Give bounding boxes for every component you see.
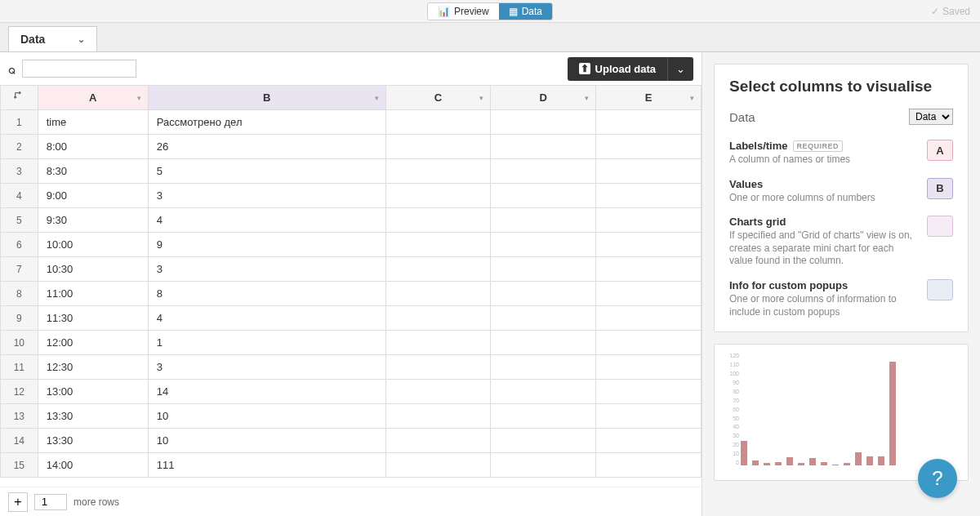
cell[interactable] (596, 453, 702, 478)
cell[interactable] (491, 404, 596, 429)
row-header[interactable]: 6 (1, 233, 38, 257)
cell[interactable] (596, 282, 702, 306)
cell[interactable]: 13:00 (38, 380, 148, 404)
cell[interactable] (596, 306, 702, 331)
column-badge-B[interactable]: B (927, 178, 953, 199)
cell[interactable]: 3 (148, 184, 385, 208)
cell[interactable]: 9:00 (38, 184, 148, 208)
column-header-C[interactable]: C ▾ (385, 86, 491, 110)
column-header-E[interactable]: E ▾ (596, 86, 702, 110)
cell[interactable] (385, 306, 491, 331)
cell[interactable]: 8:30 (38, 159, 148, 184)
cell[interactable] (491, 257, 596, 282)
row-header[interactable]: 5 (1, 208, 38, 233)
column-menu-icon[interactable]: ▾ (690, 94, 694, 102)
cell[interactable] (385, 208, 491, 233)
cell[interactable]: 111 (148, 453, 385, 478)
cell[interactable]: 10:30 (38, 257, 148, 282)
cell[interactable] (596, 159, 702, 184)
cell[interactable] (491, 282, 596, 306)
row-header[interactable]: 12 (1, 380, 38, 404)
column-badge-empty[interactable] (927, 216, 953, 237)
search-input[interactable] (22, 60, 136, 78)
cell[interactable] (596, 233, 702, 257)
cell[interactable]: 4 (148, 306, 385, 331)
row-header[interactable]: 1 (1, 110, 38, 135)
row-header[interactable]: 14 (1, 429, 38, 453)
column-header-A[interactable]: A ▾ (38, 86, 148, 110)
cell[interactable] (491, 233, 596, 257)
cell[interactable] (385, 135, 491, 159)
row-header[interactable]: 3 (1, 159, 38, 184)
row-header[interactable]: 7 (1, 257, 38, 282)
cell[interactable] (596, 110, 702, 135)
row-header[interactable]: 11 (1, 355, 38, 380)
cell[interactable] (491, 355, 596, 380)
cell[interactable] (385, 355, 491, 380)
cell[interactable]: 8 (148, 282, 385, 306)
search-icon[interactable] (8, 62, 16, 76)
upload-dropdown-button[interactable]: ⌄ (667, 57, 693, 81)
cell[interactable]: 3 (148, 257, 385, 282)
cell[interactable]: 11:00 (38, 282, 148, 306)
cell[interactable] (491, 306, 596, 331)
column-badge-empty[interactable] (927, 279, 953, 300)
cell[interactable] (491, 135, 596, 159)
cell[interactable]: 8:00 (38, 135, 148, 159)
cell[interactable]: 13:30 (38, 429, 148, 453)
cell[interactable]: 9 (148, 233, 385, 257)
column-menu-icon[interactable]: ▾ (137, 94, 141, 102)
cell[interactable]: 14:00 (38, 453, 148, 478)
row-header[interactable]: 15 (1, 453, 38, 478)
cell[interactable] (491, 208, 596, 233)
cell[interactable] (596, 355, 702, 380)
add-rows-button[interactable]: + (8, 492, 28, 512)
row-header[interactable]: 13 (1, 404, 38, 429)
cell[interactable] (596, 208, 702, 233)
cell[interactable]: 9:30 (38, 208, 148, 233)
column-header-B[interactable]: B ▾ (148, 86, 385, 110)
cell[interactable] (596, 404, 702, 429)
cell[interactable]: 10 (148, 404, 385, 429)
column-badge-A[interactable]: A (927, 140, 953, 161)
tab-preview[interactable]: 📊 Preview (428, 3, 499, 20)
column-menu-icon[interactable]: ▾ (375, 94, 379, 102)
cell[interactable] (491, 184, 596, 208)
cell[interactable] (596, 257, 702, 282)
tab-data[interactable]: ▦ Data (499, 3, 552, 20)
cell[interactable]: 13:30 (38, 404, 148, 429)
column-menu-icon[interactable]: ▾ (479, 94, 483, 102)
cell[interactable]: time (38, 110, 148, 135)
help-button[interactable]: ? (918, 459, 957, 498)
cell[interactable] (596, 184, 702, 208)
cell[interactable]: 12:00 (38, 331, 148, 355)
cell[interactable]: 1 (148, 331, 385, 355)
cell[interactable] (385, 282, 491, 306)
cell[interactable]: 26 (148, 135, 385, 159)
cell[interactable]: 3 (148, 355, 385, 380)
column-header-D[interactable]: D ▾ (491, 86, 596, 110)
cell[interactable]: 5 (148, 159, 385, 184)
cell[interactable]: Рассмотрено дел (148, 110, 385, 135)
cell[interactable] (596, 429, 702, 453)
row-header[interactable]: 8 (1, 282, 38, 306)
cell[interactable] (385, 453, 491, 478)
cell[interactable] (385, 331, 491, 355)
more-rows-input[interactable] (34, 494, 67, 510)
cell[interactable] (385, 380, 491, 404)
cell[interactable]: 12:30 (38, 355, 148, 380)
cell[interactable] (491, 453, 596, 478)
chevron-down-icon[interactable]: ⌄ (78, 34, 85, 45)
transpose-corner[interactable] (1, 86, 38, 110)
cell[interactable] (491, 331, 596, 355)
row-header[interactable]: 4 (1, 184, 38, 208)
sheet-tab-data[interactable]: Data ⌄ (8, 26, 97, 51)
cell[interactable] (491, 110, 596, 135)
cell[interactable]: 14 (148, 380, 385, 404)
cell[interactable] (385, 233, 491, 257)
cell[interactable] (385, 404, 491, 429)
cell[interactable] (491, 429, 596, 453)
cell[interactable] (596, 380, 702, 404)
cell[interactable] (596, 135, 702, 159)
cell[interactable]: 11:30 (38, 306, 148, 331)
